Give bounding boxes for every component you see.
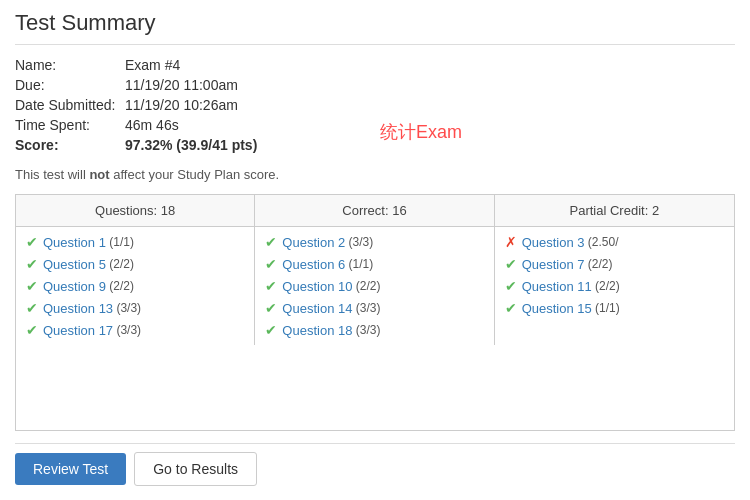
question-pts: (3/3) <box>352 301 380 315</box>
questions-grid: Questions: 18 Correct: 16 Partial Credit… <box>15 194 735 431</box>
question-pts: (3/3) <box>345 235 373 249</box>
list-item: ✔Question 5 (2/2) <box>24 253 246 275</box>
col3-header: Partial Credit: 2 <box>495 195 734 226</box>
list-item: ✔Question 6 (1/1) <box>263 253 485 275</box>
question-link[interactable]: Question 5 <box>43 257 106 272</box>
question-link[interactable]: Question 10 <box>282 279 352 294</box>
check-icon: ✔ <box>265 322 277 338</box>
question-link[interactable]: Question 18 <box>282 323 352 338</box>
list-item: ✔Question 2 (3/3) <box>263 231 485 253</box>
study-plan-note: This test will not affect your Study Pla… <box>15 167 735 182</box>
question-pts: (2.50/ <box>585 235 619 249</box>
list-item: ✔Question 11 (2/2) <box>503 275 726 297</box>
col2-header: Correct: 16 <box>255 195 494 226</box>
question-pts: (3/3) <box>113 323 141 337</box>
go-to-results-button[interactable]: Go to Results <box>134 452 257 486</box>
submitted-label: Date Submitted: <box>15 97 125 113</box>
time-value: 46m 46s <box>125 117 179 133</box>
check-icon: ✔ <box>505 256 517 272</box>
name-value: Exam #4 <box>125 57 180 73</box>
check-icon: ✔ <box>26 300 38 316</box>
info-table: Name: Exam #4 Due: 11/19/20 11:00am Date… <box>15 57 735 157</box>
name-row: Name: Exam #4 <box>15 57 735 73</box>
grid-body: ✔Question 1 (1/1)✔Question 5 (2/2)✔Quest… <box>16 227 734 345</box>
grid-header: Questions: 18 Correct: 16 Partial Credit… <box>16 195 734 227</box>
question-pts: (2/2) <box>352 279 380 293</box>
list-item: ✔Question 17 (3/3) <box>24 319 246 341</box>
question-pts: (1/1) <box>592 301 620 315</box>
check-icon: ✔ <box>265 300 277 316</box>
page-title: Test Summary <box>15 10 735 45</box>
list-item: ✔Question 1 (1/1) <box>24 231 246 253</box>
question-pts: (2/2) <box>592 279 620 293</box>
due-row: Due: 11/19/20 11:00am <box>15 77 735 93</box>
time-label: Time Spent: <box>15 117 125 133</box>
question-pts: (1/1) <box>345 257 373 271</box>
list-item: ✔Question 18 (3/3) <box>263 319 485 341</box>
check-icon: ✔ <box>505 300 517 316</box>
list-item: ✔Question 14 (3/3) <box>263 297 485 319</box>
question-pts: (3/3) <box>113 301 141 315</box>
question-link[interactable]: Question 9 <box>43 279 106 294</box>
question-pts: (2/2) <box>106 257 134 271</box>
question-link[interactable]: Question 11 <box>522 279 592 294</box>
grid-col-2: ✔Question 2 (3/3)✔Question 6 (1/1)✔Quest… <box>255 227 494 345</box>
time-row: Time Spent: 46m 46s <box>15 117 735 133</box>
col1-header: Questions: 18 <box>16 195 255 226</box>
score-row: Score: 97.32% (39.9/41 pts) <box>15 137 735 153</box>
question-link[interactable]: Question 13 <box>43 301 113 316</box>
question-link[interactable]: Question 2 <box>282 235 345 250</box>
list-item: ✔Question 13 (3/3) <box>24 297 246 319</box>
grid-col-3: ✗Question 3 (2.50/✔Question 7 (2/2)✔Ques… <box>495 227 734 345</box>
bottom-bar: Review Test Go to Results <box>15 443 735 490</box>
submitted-value: 11/19/20 10:26am <box>125 97 238 113</box>
check-icon: ✔ <box>26 234 38 250</box>
score-value: 97.32% (39.9/41 pts) <box>125 137 257 153</box>
question-link[interactable]: Question 1 <box>43 235 106 250</box>
list-item: ✔Question 9 (2/2) <box>24 275 246 297</box>
question-link[interactable]: Question 7 <box>522 257 585 272</box>
partial-icon: ✗ <box>505 234 517 250</box>
check-icon: ✔ <box>265 234 277 250</box>
list-item: ✔Question 15 (1/1) <box>503 297 726 319</box>
question-link[interactable]: Question 14 <box>282 301 352 316</box>
question-pts: (1/1) <box>106 235 134 249</box>
question-link[interactable]: Question 15 <box>522 301 592 316</box>
name-label: Name: <box>15 57 125 73</box>
submitted-row: Date Submitted: 11/19/20 10:26am <box>15 97 735 113</box>
question-pts: (2/2) <box>106 279 134 293</box>
review-test-button[interactable]: Review Test <box>15 453 126 485</box>
check-icon: ✔ <box>26 256 38 272</box>
check-icon: ✔ <box>265 278 277 294</box>
grid-col-1: ✔Question 1 (1/1)✔Question 5 (2/2)✔Quest… <box>16 227 255 345</box>
check-icon: ✔ <box>505 278 517 294</box>
question-link[interactable]: Question 17 <box>43 323 113 338</box>
due-label: Due: <box>15 77 125 93</box>
question-link[interactable]: Question 3 <box>522 235 585 250</box>
due-value: 11/19/20 11:00am <box>125 77 238 93</box>
question-pts: (2/2) <box>585 257 613 271</box>
check-icon: ✔ <box>26 322 38 338</box>
question-link[interactable]: Question 6 <box>282 257 345 272</box>
check-icon: ✔ <box>26 278 38 294</box>
score-label: Score: <box>15 137 125 153</box>
list-item: ✔Question 10 (2/2) <box>263 275 485 297</box>
question-pts: (3/3) <box>352 323 380 337</box>
list-item: ✔Question 7 (2/2) <box>503 253 726 275</box>
list-item: ✗Question 3 (2.50/ <box>503 231 726 253</box>
check-icon: ✔ <box>265 256 277 272</box>
